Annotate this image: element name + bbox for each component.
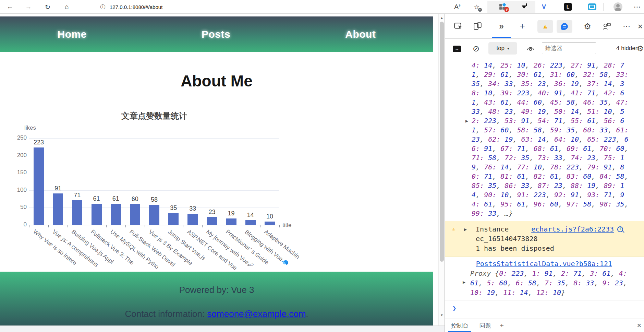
bar-value-label: 61 — [105, 195, 127, 202]
issues-warning-button[interactable]: ▲ ! — [537, 20, 553, 33]
devtools-panel: » + ▲ ! ⚙ ⋯ ✕ → ⊘ top ▾ 4 hi — [445, 14, 644, 332]
bar-7[interactable] — [168, 213, 179, 225]
x-axis-tick — [87, 225, 87, 227]
browser-menu-icon[interactable]: ⋯ — [632, 0, 642, 14]
settings-gear-icon[interactable]: ⚙ — [581, 20, 594, 33]
devtools-menu-icon[interactable]: ⋯ — [620, 20, 633, 33]
console-proxy-entry: PostsStatisticalData.vue?b58a:121 ▶ Prox… — [445, 257, 644, 300]
bar-9[interactable] — [207, 217, 217, 225]
x-axis-line — [29, 225, 280, 225]
bilibili-extension-icon[interactable] — [587, 0, 597, 14]
console-object-line: 9, 76: 14, 77: 10, 78: 223, 79: 91, 8 — [472, 163, 643, 172]
feedback-chat-button[interactable] — [557, 20, 572, 33]
page-scrollbar[interactable]: ▲ ▼ — [438, 14, 445, 325]
clear-console-icon[interactable]: ⊘ — [470, 43, 482, 55]
console-toolbar: → ⊘ top ▾ 4 hidden ⚙ — [445, 39, 644, 58]
x-axis-tick — [164, 225, 164, 227]
console-object-line: 1, 29: 61, 30: 61, 31: 60, 32: 58, 33: — [472, 70, 643, 79]
view-source-lens-icon[interactable]: i — [617, 226, 623, 232]
bar-4[interactable] — [111, 204, 121, 225]
feedback-user-icon[interactable] — [600, 20, 613, 33]
x-axis-name: title — [282, 222, 291, 229]
x-axis-tick — [222, 225, 222, 227]
bar-5[interactable] — [130, 204, 140, 225]
scroll-up-icon[interactable]: ▲ — [439, 15, 445, 21]
y-tick-label: 100 — [12, 187, 27, 193]
extensions-icon[interactable]: 9 — [498, 0, 508, 14]
contact-prefix: Contact information: — [125, 309, 207, 319]
close-drawer-icon[interactable]: ✕ — [637, 319, 642, 332]
add-drawer-tab-icon[interactable]: + — [496, 319, 508, 332]
back-icon[interactable]: ← — [5, 0, 15, 14]
console-prompt-row[interactable]: ❯ — [445, 300, 644, 312]
add-favorite-icon[interactable]: ☆+ — [472, 0, 482, 14]
console-filter-input[interactable] — [542, 43, 596, 54]
x-axis-tick — [260, 225, 260, 227]
x-axis-tick — [279, 225, 280, 227]
warning-line: 1 has been disposed — [476, 244, 640, 253]
live-expression-eye-icon[interactable] — [524, 44, 537, 54]
devtools-bottom-tabbar: 控制台问题+ ✕ — [445, 319, 644, 332]
bar-3[interactable] — [92, 204, 102, 225]
bar-value-label: 14 — [240, 212, 262, 219]
l-extension-icon[interactable]: L — [563, 0, 573, 14]
console-object-line: 35, 34: 33, 35: 23, 36: 19, 37: 14, 3 — [472, 79, 643, 88]
warning-exclaim: ! — [545, 25, 546, 29]
drawer-tab-issues[interactable]: 问题 — [475, 319, 496, 332]
home-icon[interactable]: ⌂ — [62, 0, 72, 14]
console-object-line: 4: 14, 25: 10, 26: 223, 27: 91, 28: 7 — [472, 61, 643, 70]
add-panel-icon[interactable]: + — [515, 19, 529, 33]
x-axis-tick — [68, 225, 68, 227]
console-warning-entry: ⚠ ▶ Instance echarts.js?f2a6:2233 i ec_1… — [445, 221, 644, 257]
scroll-down-icon[interactable]: ▼ — [439, 312, 445, 318]
contact-suffix: . — [306, 309, 308, 319]
console-object-line: 85: 35, 86: 33, 87: 23, 88: 19, 89: 1 — [472, 181, 643, 190]
more-tabs-icon[interactable]: » — [494, 19, 509, 33]
window-bottom-strip — [0, 325, 445, 332]
warning-source-link[interactable]: echarts.js?f2a6:2233 — [531, 224, 614, 234]
bar-0[interactable] — [34, 147, 44, 225]
bar-value-label: 35 — [162, 204, 184, 212]
address-bar[interactable]: 127.0.0.1:8080/#/about — [110, 0, 162, 14]
hidden-messages-count[interactable]: 4 hidden — [616, 42, 639, 55]
warning-expand-arrow-icon[interactable]: ▶ — [464, 227, 467, 232]
drawer-tab-console[interactable]: 控制台 — [446, 319, 473, 332]
inspect-element-icon[interactable] — [452, 20, 464, 32]
expand-arrow-icon[interactable]: ▶ — [465, 118, 468, 123]
context-selector[interactable]: top ▾ — [488, 42, 517, 55]
console-object-line: 4: 61, 95: 61, 96: 60, 97: 58, 98: 35, — [472, 200, 643, 209]
device-emulation-icon[interactable] — [472, 20, 483, 32]
downloads-icon[interactable] — [519, 0, 529, 14]
bar-value-label: 33 — [182, 205, 204, 212]
bar-12[interactable] — [265, 222, 275, 225]
likes-bar-chart: 文章点赞数量统计 likes title 050100150200250223W… — [0, 14, 433, 288]
bar-8[interactable] — [187, 214, 198, 225]
proxy-expand-arrow-icon[interactable]: ▶ — [463, 280, 465, 285]
reload-icon[interactable]: ↻ — [42, 0, 53, 14]
console-settings-gear-icon[interactable]: ⚙ — [636, 43, 644, 55]
console-sidebar-icon[interactable]: → — [452, 45, 462, 53]
chart-gridline — [29, 173, 279, 173]
log-source-link[interactable]: PostsStatisticalData.vue?b58a:121 — [476, 260, 612, 268]
x-axis-tick — [145, 225, 145, 227]
bar-value-label: 23 — [201, 209, 223, 216]
email-link[interactable]: someone@example.com — [207, 309, 306, 319]
bar-11[interactable] — [245, 220, 256, 225]
vue-devtools-extension-icon[interactable]: V — [539, 0, 549, 14]
forward-icon[interactable]: → — [23, 0, 34, 14]
bar-1[interactable] — [53, 193, 63, 225]
close-devtools-icon[interactable]: ✕ — [636, 20, 644, 33]
site-info-icon[interactable]: ⓘ — [99, 0, 107, 14]
browser-toolbar: ← → ↻ ⌂ ⓘ 127.0.0.1:8080/#/about A)) ☆+ … — [0, 0, 644, 14]
bar-10[interactable] — [226, 218, 236, 225]
bar-value-label: 60 — [124, 195, 146, 203]
console-object-line: 4, 90: 10, 91: 223, 92: 91, 93: 71, 9 — [472, 190, 643, 200]
y-tick-label: 200 — [12, 152, 27, 159]
bar-2[interactable] — [72, 200, 82, 225]
active-tab-indicator — [492, 37, 511, 38]
y-tick-label: 50 — [12, 204, 27, 211]
read-aloud-icon[interactable]: A)) — [452, 0, 463, 14]
bar-6[interactable] — [149, 205, 159, 225]
profile-avatar[interactable] — [613, 0, 623, 14]
scrollbar-thumb[interactable] — [440, 22, 444, 262]
